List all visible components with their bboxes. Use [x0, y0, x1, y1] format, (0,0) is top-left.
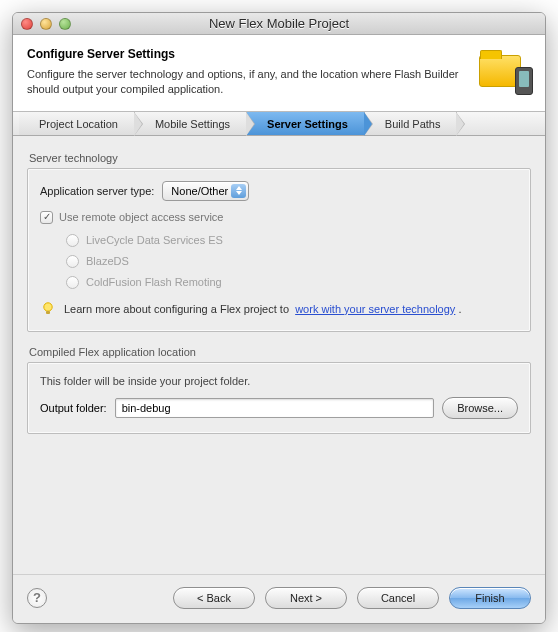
project-folder-icon [479, 47, 531, 93]
output-folder-input[interactable] [115, 398, 434, 418]
remote-service-checkbox-row: Use remote object access service [40, 211, 518, 224]
help-icon[interactable]: ? [27, 588, 47, 608]
radio-coldfusion-label: ColdFusion Flash Remoting [86, 276, 222, 288]
hint-text: Learn more about configuring a Flex proj… [64, 303, 289, 315]
radio-lcds-label: LiveCycle Data Services ES [86, 234, 223, 246]
server-group: Application server type: None/Other Use … [27, 168, 531, 332]
close-icon[interactable] [21, 18, 33, 30]
footer: ? < Back Next > Cancel Finish [13, 574, 545, 623]
browse-button[interactable]: Browse... [442, 397, 518, 419]
radio-coldfusion [66, 276, 79, 289]
output-folder-label: Output folder: [40, 402, 107, 414]
titlebar[interactable]: New Flex Mobile Project [13, 13, 545, 35]
tab-project-location[interactable]: Project Location [19, 112, 135, 135]
tab-build-paths[interactable]: Build Paths [365, 112, 458, 135]
window-controls [21, 18, 71, 30]
cancel-button[interactable]: Cancel [357, 587, 439, 609]
banner-description: Configure the server technology and opti… [27, 67, 469, 97]
radio-blazeds [66, 255, 79, 268]
zoom-icon[interactable] [59, 18, 71, 30]
lightbulb-icon [40, 301, 56, 317]
output-group: This folder will be inside your project … [27, 362, 531, 434]
next-button[interactable]: Next > [265, 587, 347, 609]
back-button[interactable]: < Back [173, 587, 255, 609]
svg-point-0 [44, 302, 52, 310]
svg-rect-1 [46, 311, 50, 314]
server-type-label: Application server type: [40, 185, 154, 197]
wizard-tabs: Project Location Mobile Settings Server … [13, 112, 545, 136]
minimize-icon[interactable] [40, 18, 52, 30]
body: Server technology Application server typ… [13, 136, 545, 574]
window-title: New Flex Mobile Project [209, 16, 349, 31]
banner-heading: Configure Server Settings [27, 47, 469, 61]
chevron-updown-icon [231, 184, 246, 198]
hint-link[interactable]: work with your server technology [295, 303, 455, 315]
finish-button[interactable]: Finish [449, 587, 531, 609]
server-type-select[interactable]: None/Other [162, 181, 249, 201]
server-type-value: None/Other [171, 185, 228, 197]
dialog-window: New Flex Mobile Project Configure Server… [12, 12, 546, 624]
server-group-label: Server technology [29, 152, 531, 164]
output-group-label: Compiled Flex application location [29, 346, 531, 358]
tab-mobile-settings[interactable]: Mobile Settings [135, 112, 247, 135]
tab-server-settings[interactable]: Server Settings [247, 112, 365, 135]
remote-service-label: Use remote object access service [59, 211, 223, 223]
output-note: This folder will be inside your project … [40, 375, 518, 387]
hint-row: Learn more about configuring a Flex proj… [40, 301, 518, 317]
remote-service-checkbox[interactable] [40, 211, 53, 224]
banner: Configure Server Settings Configure the … [13, 35, 545, 112]
radio-lcds [66, 234, 79, 247]
radio-blazeds-label: BlazeDS [86, 255, 129, 267]
hint-suffix: . [458, 303, 461, 315]
server-options: LiveCycle Data Services ES BlazeDS ColdF… [66, 234, 518, 289]
